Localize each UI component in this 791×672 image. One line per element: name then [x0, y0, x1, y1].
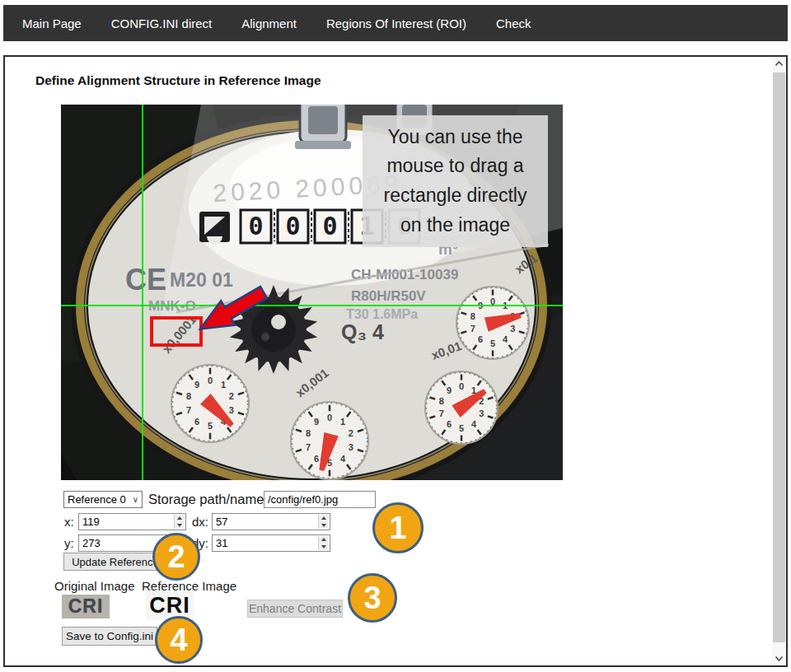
nav-config-ini-direct[interactable]: CONFIG.INI direct	[111, 16, 213, 30]
svg-text:0: 0	[459, 381, 464, 391]
svg-text:4: 4	[471, 419, 477, 429]
nav-alignment[interactable]: Alignment	[241, 16, 297, 30]
svg-text:1: 1	[340, 417, 345, 427]
dx-spinner[interactable]	[318, 515, 329, 529]
storage-path-input[interactable]	[264, 492, 375, 507]
svg-text:5: 5	[208, 421, 213, 431]
svg-text:8: 8	[439, 396, 444, 406]
svg-text:7: 7	[306, 442, 311, 452]
svg-text:4: 4	[503, 334, 508, 344]
svg-text:7: 7	[439, 408, 444, 418]
svg-text:7: 7	[186, 405, 191, 415]
top-nav: Main Page CONFIG.INI direct Alignment Re…	[3, 5, 788, 41]
svg-text:9: 9	[447, 385, 452, 395]
step-annotation-2: 2	[152, 533, 200, 581]
dx-label: dx:	[192, 515, 208, 529]
original-image-label: Original Image	[54, 579, 135, 593]
svg-text:8: 8	[470, 311, 475, 321]
svg-text:4: 4	[340, 454, 346, 464]
tooltip-line: on the image	[363, 211, 548, 240]
meter-ce-mark: CE	[125, 263, 166, 296]
enhance-contrast-button[interactable]: Enhance Contrast	[247, 600, 343, 618]
svg-text:6: 6	[194, 417, 199, 427]
svg-text:9: 9	[194, 380, 199, 390]
reference-select-value: Reference 0	[68, 493, 126, 506]
app-root: Main Page CONFIG.INI direct Alignment Re…	[0, 0, 791, 672]
meter-pressure-rating: T30 1.6MPa	[346, 307, 418, 321]
odometer-digit-box: 0	[241, 210, 274, 243]
y-label: y:	[64, 536, 74, 550]
svg-text:3: 3	[479, 408, 484, 418]
odometer-digit-box: 0	[278, 210, 311, 243]
meter-approval: M20 01	[170, 269, 233, 291]
alignment-crosshair-horizontal	[61, 305, 563, 306]
dx-input[interactable]	[213, 514, 330, 530]
scrollbar-down-arrow-icon[interactable]	[772, 651, 786, 665]
svg-text:5: 5	[490, 338, 495, 348]
svg-text:3: 3	[349, 442, 353, 452]
step-annotation-1: 1	[372, 502, 424, 553]
svg-text:0: 0	[327, 413, 332, 422]
svg-text:6: 6	[478, 334, 483, 344]
dy-spinner[interactable]	[318, 536, 329, 550]
dy-field-wrap	[212, 534, 330, 552]
meter-model-code: CH-MI001-10039	[351, 267, 458, 282]
drag-hint-tooltip: You can use the mouse to drag a rectangl…	[363, 115, 548, 247]
nav-regions-of-interest[interactable]: Regions Of Interest (ROI)	[326, 16, 466, 30]
meter-ratio-code: R80H/R50V	[351, 288, 426, 304]
chevron-down-icon: ∨	[133, 495, 138, 504]
tooltip-line: rectangle directly	[363, 181, 548, 211]
svg-text:0: 0	[285, 212, 300, 240]
svg-text:3: 3	[229, 405, 234, 415]
reference-image-canvas[interactable]: 2020 200069 00016 m³ CE M20 01 CH-MI001-…	[61, 105, 563, 480]
x-field-wrap	[78, 513, 186, 530]
reference-image-thumbnail: CRI	[146, 591, 194, 620]
original-image-thumbnail: CRI	[62, 595, 110, 618]
svg-text:7: 7	[470, 324, 475, 334]
scrollbar-thumb[interactable]	[773, 72, 785, 642]
step-annotation-3: 3	[348, 573, 397, 623]
alignment-roi-rectangle[interactable]	[150, 316, 203, 347]
nav-main-page[interactable]: Main Page	[22, 16, 82, 30]
reference-select[interactable]: Reference 0 ∨	[63, 491, 143, 508]
svg-text:6: 6	[447, 419, 452, 429]
svg-text:8: 8	[306, 428, 311, 438]
x-spinner[interactable]	[174, 515, 185, 529]
storage-path-field-wrap	[264, 491, 376, 508]
odometer-digit-box: 0	[315, 210, 349, 243]
svg-text:0: 0	[322, 212, 337, 240]
svg-text:6: 6	[314, 454, 319, 464]
storage-path-label: Storage path/name:	[148, 492, 268, 507]
svg-text:0: 0	[248, 212, 263, 240]
dx-field-wrap	[212, 513, 330, 530]
svg-text:2: 2	[229, 391, 234, 401]
svg-text:2: 2	[349, 428, 353, 438]
step-annotation-4: 4	[155, 616, 203, 664]
x-label: x:	[64, 515, 74, 529]
save-to-config-button[interactable]: Save to Config.ini	[62, 627, 157, 646]
svg-text:3: 3	[510, 324, 515, 334]
x-input[interactable]	[79, 514, 185, 530]
svg-text:1: 1	[221, 380, 226, 390]
nav-check[interactable]: Check	[496, 16, 531, 30]
frame-scrollbar	[772, 57, 786, 665]
tooltip-line: You can use the	[363, 123, 548, 152]
scrollbar-up-arrow-icon[interactable]	[772, 57, 786, 71]
svg-text:9: 9	[314, 417, 319, 427]
meter-flow-label: Q₃ 4	[341, 320, 384, 343]
alignment-crosshair-vertical	[142, 105, 143, 480]
tooltip-line: mouse to drag a	[363, 152, 548, 181]
svg-text:8: 8	[186, 391, 191, 401]
svg-text:0: 0	[208, 376, 213, 385]
svg-text:5: 5	[459, 423, 464, 433]
page-title: Define Alignment Structure in Reference …	[35, 73, 321, 88]
dy-input[interactable]	[213, 535, 330, 551]
